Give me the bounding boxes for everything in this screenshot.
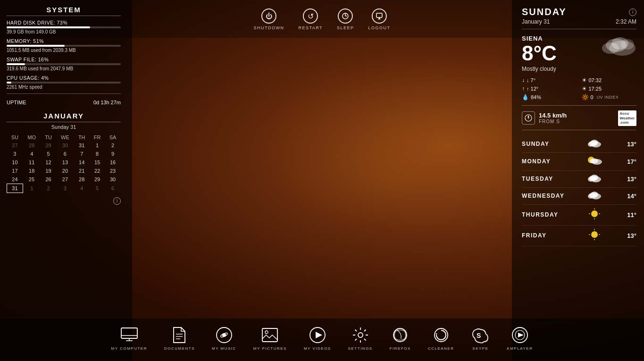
dock-my-computer[interactable]: MY COMPUTER [103, 326, 156, 355]
cal-day[interactable]: 27 [56, 175, 74, 184]
cal-day[interactable]: 22 [90, 167, 105, 175]
cal-week-row: 31123456 [7, 184, 121, 193]
cal-week-row: 17181920212223 [7, 167, 121, 175]
cal-day[interactable]: 17 [7, 167, 23, 175]
wd-humidity: 💧 84% [522, 94, 577, 101]
dock-kmplayer[interactable]: KMPLAYER [498, 326, 541, 355]
logout-icon [372, 8, 387, 24]
cal-day[interactable]: 3 [7, 150, 23, 158]
dock-my-pictures[interactable]: MY PICTURES [245, 326, 295, 355]
cal-day[interactable]: 12 [41, 158, 56, 167]
wind-row: 14.5 km/h FROM S AccuWeather.com [522, 110, 636, 130]
ui-layer: SYSTEM HARD DISK DRIVE: 73% 39.9 GB from… [0, 0, 644, 361]
svg-point-49 [265, 331, 268, 334]
cal-day[interactable]: 16 [105, 158, 121, 167]
cal-day[interactable]: 26 [41, 175, 56, 184]
forecast-row-tuesday: TUESDAY13° [522, 171, 636, 188]
svg-marker-55 [435, 333, 437, 335]
cal-day[interactable]: 5 [41, 150, 56, 158]
cal-day[interactable]: 21 [74, 167, 90, 175]
cal-day[interactable]: 14 [74, 158, 90, 167]
cal-header-fr: FR [90, 134, 105, 141]
mem-sub: 1051.5 MB used from 2039.3 MB [7, 48, 121, 53]
svg-point-19 [590, 158, 598, 163]
dock-firefox[interactable]: FIREFOX [381, 326, 419, 355]
cal-day[interactable]: 1 [90, 141, 105, 150]
cal-day[interactable]: 6 [56, 150, 74, 158]
cal-header-sa: SA [105, 134, 121, 141]
dock-my-videos[interactable]: MY VIDEOS [295, 326, 340, 355]
cal-day[interactable]: 3 [56, 184, 74, 193]
restart-button[interactable]: ↺ RESTART [298, 8, 323, 30]
cal-day[interactable]: 29 [41, 141, 56, 150]
cal-day[interactable]: 8 [90, 150, 105, 158]
sleep-label: SLEEP [337, 25, 354, 30]
cal-info-icon[interactable]: i [113, 197, 121, 205]
forecast-day-label: TUESDAY [522, 176, 569, 182]
cal-day[interactable]: 4 [23, 150, 41, 158]
shutdown-button[interactable]: ⏻ SHUTDOWN [253, 8, 284, 30]
cal-week-row: 24252627282930 [7, 175, 121, 184]
cal-day[interactable]: 2 [41, 184, 56, 193]
cal-day[interactable]: 20 [56, 167, 74, 175]
top-controls: ⏻ SHUTDOWN ↺ RESTART SLEEP [253, 8, 390, 30]
dock-settings[interactable]: SETTINGS [340, 326, 381, 355]
logout-button[interactable]: LOGOUT [368, 8, 391, 30]
cal-day[interactable]: 30 [56, 141, 74, 150]
uv-label: UV INDEX [597, 95, 619, 100]
forecast-row-sunday: SUNDAY13° [522, 136, 636, 153]
forecast-weather-icon [586, 155, 602, 168]
restart-icon: ↺ [303, 8, 318, 24]
wd-sunrise: ☀ 07:32 [582, 77, 637, 84]
cal-day[interactable]: 4 [74, 184, 90, 193]
forecast-temp-val: 13° [620, 141, 636, 148]
cal-day[interactable]: 24 [7, 175, 23, 184]
dock-skype[interactable]: S SKYPE [462, 326, 498, 355]
cal-day[interactable]: 30 [105, 175, 121, 184]
cal-day[interactable]: 28 [23, 141, 41, 150]
cal-day[interactable]: 6 [105, 184, 121, 193]
svg-point-52 [358, 333, 363, 337]
cpu-progress-fill [7, 82, 11, 84]
forecast-row-friday: FRIDAY13° [522, 226, 636, 246]
settings-icon [351, 326, 370, 344]
svg-rect-48 [262, 328, 277, 342]
dock-documents[interactable]: DOCUMENTS [156, 326, 203, 355]
cal-day[interactable]: 15 [90, 158, 105, 167]
cal-day[interactable]: 7 [74, 150, 90, 158]
cal-day[interactable]: 9 [105, 150, 121, 158]
dock-label-my-computer: MY COMPUTER [111, 346, 147, 351]
cal-day[interactable]: 23 [105, 167, 121, 175]
cal-day[interactable]: 11 [23, 158, 41, 167]
cal-day[interactable]: 31 [74, 141, 90, 150]
cal-day[interactable]: 28 [74, 175, 90, 184]
sunrise-icon: ☀ [582, 77, 587, 84]
cal-week-row: 272829303112 [7, 141, 121, 150]
cal-day[interactable]: 31 [7, 184, 23, 193]
cal-day[interactable]: 2 [105, 141, 121, 150]
cal-day[interactable]: 25 [23, 175, 41, 184]
forecast-weather-icon [587, 138, 602, 150]
forecast-row-thursday: THURSDAY11° [522, 205, 636, 226]
hdd-progress-bg [7, 26, 121, 28]
cal-day[interactable]: 5 [90, 184, 105, 193]
cal-day[interactable]: 27 [7, 141, 23, 150]
sunrise-val: 07:32 [589, 77, 602, 83]
weather-info-btn[interactable]: i [629, 8, 636, 16]
cal-day[interactable]: 1 [23, 184, 41, 193]
dock-ccleaner[interactable]: CCLEANER [419, 326, 463, 355]
cal-day[interactable]: 29 [90, 175, 105, 184]
cal-day[interactable]: 10 [7, 158, 23, 167]
dock-my-music[interactable]: MY MUSIC [203, 326, 245, 355]
cal-day[interactable]: 18 [23, 167, 41, 175]
weather-desc: Mostly cloudy [522, 66, 636, 72]
cal-day[interactable]: 13 [56, 158, 74, 167]
shutdown-label: SHUTDOWN [253, 25, 284, 30]
hdd-sub: 39.9 GB from 149.0 GB [7, 29, 121, 34]
dock-label-my-videos: MY VIDEOS [304, 346, 331, 351]
sleep-button[interactable]: SLEEP [337, 8, 354, 30]
forecast-temp-val: 11° [620, 211, 636, 218]
documents-icon [170, 326, 189, 344]
temp-low: ↓ 7° [527, 77, 535, 83]
cal-day[interactable]: 19 [41, 167, 56, 175]
